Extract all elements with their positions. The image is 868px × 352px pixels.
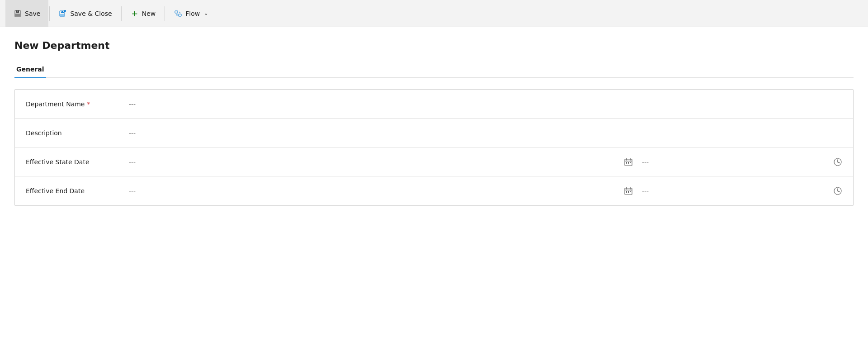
- effective-end-date-clock-icon[interactable]: [652, 186, 842, 195]
- save-close-button[interactable]: Save & Close: [51, 0, 120, 27]
- svg-rect-20: [626, 163, 627, 164]
- separator-2: [121, 6, 122, 21]
- save-button[interactable]: Save: [5, 0, 48, 27]
- toolbar: Save Save & Close + New: [0, 0, 868, 27]
- save-close-icon: [59, 10, 67, 18]
- page-title: New Department: [14, 40, 854, 51]
- department-name-value[interactable]: ---: [125, 100, 842, 108]
- effective-state-date-calendar-icon[interactable]: [624, 157, 633, 166]
- description-value[interactable]: ---: [125, 129, 842, 137]
- effective-state-date-value[interactable]: ---: [125, 158, 613, 166]
- new-button[interactable]: + New: [123, 0, 164, 27]
- effective-end-date-time-value[interactable]: ---: [638, 187, 649, 195]
- svg-rect-12: [179, 14, 181, 16]
- description-label-text: Description: [26, 129, 62, 137]
- svg-rect-31: [630, 191, 631, 192]
- svg-rect-5: [61, 11, 63, 13]
- form-section: Department Name * --- Description --- Ef…: [14, 89, 854, 206]
- effective-state-date-label-text: Effective State Date: [26, 158, 90, 166]
- new-icon: +: [131, 10, 139, 18]
- save-close-label: Save & Close: [70, 10, 112, 17]
- form-row-effective-end-date: Effective End Date ---: [15, 176, 853, 205]
- new-label: New: [142, 10, 156, 17]
- save-icon: [14, 10, 22, 18]
- effective-end-date-label-text: Effective End Date: [26, 187, 85, 195]
- svg-rect-18: [628, 162, 629, 163]
- tabs-container: General: [14, 62, 854, 78]
- page-content: New Department General Department Name *…: [0, 27, 868, 220]
- form-row-effective-state-date: Effective State Date ---: [15, 147, 853, 176]
- separator-1: [49, 6, 50, 21]
- save-label: Save: [25, 10, 40, 17]
- svg-rect-7: [61, 11, 62, 12]
- separator-3: [165, 6, 165, 21]
- effective-state-date-time-value[interactable]: ---: [638, 158, 649, 166]
- svg-line-36: [838, 191, 840, 192]
- svg-rect-30: [628, 191, 629, 192]
- svg-rect-1: [16, 10, 19, 13]
- flow-button[interactable]: Flow ⌄: [166, 0, 216, 27]
- effective-end-date-label: Effective End Date: [26, 187, 125, 195]
- tab-general[interactable]: General: [14, 62, 46, 77]
- effective-end-date-value[interactable]: ---: [125, 187, 613, 195]
- svg-rect-6: [60, 14, 64, 16]
- svg-rect-21: [628, 163, 629, 164]
- department-name-required: *: [87, 100, 90, 108]
- flow-icon: [174, 10, 182, 18]
- department-name-label: Department Name *: [26, 100, 125, 108]
- svg-rect-3: [17, 10, 18, 12]
- svg-line-24: [838, 162, 840, 163]
- tab-general-label: General: [16, 66, 44, 73]
- effective-end-date-calendar-icon[interactable]: [624, 186, 633, 195]
- department-name-label-text: Department Name: [26, 100, 85, 108]
- form-row-description: Description ---: [15, 119, 853, 147]
- effective-state-date-clock-icon[interactable]: [652, 157, 842, 166]
- svg-rect-19: [630, 162, 631, 163]
- svg-rect-17: [626, 162, 627, 163]
- svg-rect-29: [626, 191, 627, 192]
- flow-chevron-icon: ⌄: [204, 10, 208, 16]
- flow-label: Flow: [185, 10, 200, 17]
- description-label: Description: [26, 129, 125, 137]
- svg-rect-2: [15, 14, 20, 16]
- svg-rect-32: [626, 192, 627, 193]
- effective-state-date-label: Effective State Date: [26, 158, 125, 166]
- form-row-department-name: Department Name * ---: [15, 90, 853, 119]
- svg-rect-11: [175, 11, 178, 13]
- svg-rect-33: [628, 192, 629, 193]
